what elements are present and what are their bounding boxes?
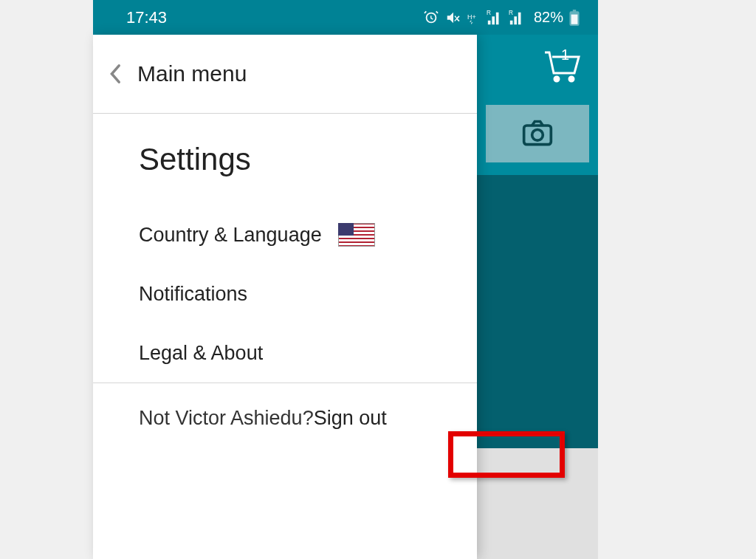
data-hplus-icon: H+ [467,11,481,24]
svg-text:R: R [487,10,491,16]
menu-drawer: Main menu Settings Country & Language No… [93,35,477,559]
us-flag-icon [338,223,375,247]
menu-item-legal-about[interactable]: Legal & About [93,323,477,383]
signal-r1-icon: R [487,10,503,26]
svg-point-6 [532,130,543,141]
battery-icon [569,10,580,26]
camera-icon [521,120,554,148]
volume-mute-icon [445,10,461,26]
status-time: 17:43 [126,8,167,27]
svg-text:H+: H+ [467,13,476,20]
battery-percent: 82% [534,9,563,26]
menu-item-label: Notifications [139,283,247,306]
svg-point-4 [569,77,574,81]
menu-item-label: Country & Language [139,224,322,247]
signout-row[interactable]: Not Victor Ashiedu? Sign out [93,383,477,453]
signal-r2-icon: R [509,10,525,26]
drawer-title: Main menu [137,61,247,86]
settings-section-title: Settings [93,114,477,205]
background-content: 1 [477,35,598,559]
menu-item-notifications[interactable]: Notifications [93,264,477,323]
svg-text:R: R [509,10,513,16]
menu-item-country-language[interactable]: Country & Language [93,205,477,264]
menu-item-label: Legal & About [139,342,263,365]
back-chevron-icon [109,66,124,81]
camera-scan-button[interactable] [486,105,589,162]
status-icons: H+ R R 82% [423,9,580,26]
svg-point-3 [554,77,559,81]
cart-button[interactable]: 1 [540,48,582,83]
signout-prefix: Not Victor Ashiedu? [139,407,314,430]
phone-frame: 17:43 H+ R R 82% 1 [93,0,598,559]
cart-count: 1 [561,47,569,64]
signout-link[interactable]: Sign out [314,407,387,430]
status-bar: 17:43 H+ R R 82% [93,0,598,35]
alarm-icon [423,10,439,26]
drawer-header[interactable]: Main menu [93,35,477,114]
